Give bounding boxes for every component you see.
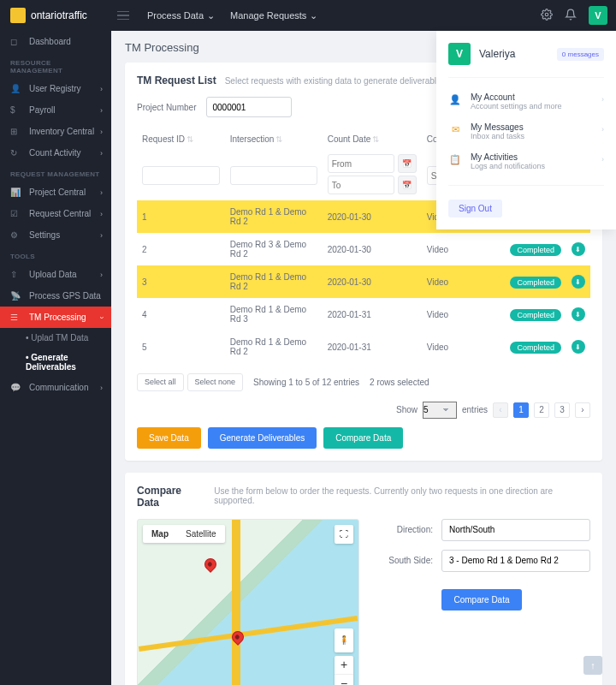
- bell-icon[interactable]: [565, 9, 577, 22]
- map-type-tabs[interactable]: MapSatellite: [143, 525, 225, 543]
- topmenu-process-data[interactable]: Process Data⌄: [147, 10, 215, 21]
- row-action-icon[interactable]: ⬇: [572, 242, 585, 256]
- panel-item[interactable]: ✉My MessagesInbox and tasks›: [448, 116, 604, 146]
- chevron-right-icon: ›: [601, 95, 604, 104]
- brand-icon: [10, 8, 26, 23]
- status-badge: Completed: [510, 342, 561, 354]
- chevron-right-icon: ›: [601, 155, 604, 164]
- nav-tm-processing[interactable]: ☰TM Processing›: [0, 307, 111, 328]
- table-row[interactable]: 5Demo Rd 1 & Demo Rd 22020-01-31VideoCom…: [137, 331, 590, 363]
- nav-settings[interactable]: ⚙Settings›: [0, 224, 111, 246]
- select-none-button[interactable]: Select none: [187, 373, 244, 391]
- calendar-icon[interactable]: 📅: [398, 154, 417, 173]
- nav-section: TOOLS: [0, 246, 111, 264]
- row-action-icon[interactable]: ⬇: [572, 307, 585, 321]
- project-label: Project Number: [137, 103, 196, 112]
- user-panel: V Valeriya 0 messages 👤My AccountAccount…: [436, 31, 616, 229]
- nav-payroll[interactable]: $Payroll›: [0, 99, 111, 121]
- chevron-right-icon: ›: [601, 125, 604, 134]
- row-action-icon[interactable]: ⬇: [572, 340, 585, 354]
- panel-avatar: V: [448, 43, 471, 65]
- zoom-controls[interactable]: +−: [335, 656, 353, 685]
- table-row[interactable]: 2Demo Rd 3 & Demo Rd 22020-01-30VideoCom…: [137, 233, 590, 265]
- nav-request-central[interactable]: ☑Request Central›: [0, 203, 111, 224]
- panel-item-icon: 📋: [448, 152, 462, 166]
- nav-section: REQUEST MANAGEMENT: [0, 164, 111, 182]
- gear-icon[interactable]: [541, 9, 553, 22]
- compare-card: Compare Data Use the form below to order…: [125, 473, 602, 685]
- nav-sub-upload-tm[interactable]: • Uplad TM Data: [0, 328, 111, 348]
- col-request-id[interactable]: Request ID⇅: [137, 128, 225, 151]
- nav-dashboard[interactable]: ◻Dashboard: [0, 31, 111, 52]
- nav-count-activity[interactable]: ↻Count Activity›: [0, 142, 111, 164]
- project-input[interactable]: [206, 97, 292, 117]
- page-next[interactable]: ›: [575, 402, 590, 418]
- direction-label: Direction:: [373, 525, 433, 534]
- sidebar: ◻Dashboard RESOURCE MANAGEMENT 👤User Reg…: [0, 31, 111, 685]
- map[interactable]: MapSatellite ⛶ 🧍 +− Google Map data ©202…: [137, 519, 359, 685]
- chevron-down-icon: ⌄: [310, 10, 317, 21]
- pegman-icon[interactable]: 🧍: [335, 628, 353, 652]
- south-side-select[interactable]: 3 - Demo Rd 1 & Demo Rd 2: [441, 550, 590, 572]
- direction-select[interactable]: North/South: [441, 519, 590, 541]
- save-data-button[interactable]: Save Data: [137, 427, 201, 449]
- nav-user-registry[interactable]: 👤User Registry›: [0, 78, 111, 99]
- panel-item[interactable]: 👤My AccountAccount settings and more›: [448, 86, 604, 116]
- scroll-top-button[interactable]: ↑: [583, 656, 602, 675]
- nav-upload-data[interactable]: ⇧Upload Data›: [0, 264, 111, 285]
- nav-process-gps[interactable]: 📡Process GPS Data: [0, 285, 111, 307]
- zoom-out-icon: −: [335, 675, 353, 685]
- hamburger-icon[interactable]: [111, 0, 135, 31]
- fullscreen-icon[interactable]: ⛶: [335, 525, 353, 544]
- nav-communication[interactable]: 💬Communication›: [0, 377, 111, 398]
- nav-section: RESOURCE MANAGEMENT: [0, 52, 111, 78]
- zoom-in-icon: +: [335, 656, 353, 675]
- col-count-date[interactable]: Count Date⇅: [323, 128, 422, 151]
- row-action-icon[interactable]: ⬇: [572, 275, 585, 289]
- compare-button[interactable]: Compare Data: [323, 427, 403, 449]
- panel-item[interactable]: 📋My ActivitiesLogs and notifications›: [448, 146, 604, 176]
- sign-out-button[interactable]: Sign Out: [448, 200, 502, 217]
- panel-item-icon: 👤: [448, 92, 462, 106]
- panel-item-icon: ✉: [448, 122, 462, 136]
- status-badge: Completed: [510, 309, 561, 321]
- status-badge: Completed: [510, 244, 561, 256]
- nav-inventory[interactable]: ⊞Inventory Central›: [0, 121, 111, 142]
- brand-text: ontariotraffic: [31, 9, 87, 21]
- card-subtitle: Use the form below to order the requests…: [214, 486, 590, 505]
- filter-id[interactable]: [142, 166, 220, 185]
- generate-button[interactable]: Generate Deliverables: [208, 427, 317, 449]
- page-prev[interactable]: ‹: [493, 402, 508, 418]
- avatar[interactable]: V: [589, 6, 607, 25]
- nav-sub-generate[interactable]: • Generate Deliverables: [0, 348, 111, 377]
- card-subtitle: Select requests with existing data to ge…: [225, 76, 446, 86]
- table-row[interactable]: 3Demo Rd 1 & Demo Rd 22020-01-30VideoCom…: [137, 265, 590, 298]
- col-intersection[interactable]: Intersection⇅: [225, 128, 323, 151]
- panel-username: Valeriya: [479, 48, 515, 60]
- map-pin-icon: [202, 556, 219, 573]
- page-2[interactable]: 2: [534, 402, 549, 418]
- status-badge: Completed: [510, 277, 561, 289]
- page-1[interactable]: 1: [513, 402, 529, 418]
- topmenu-manage-requests[interactable]: Manage Requests⌄: [230, 10, 317, 21]
- page-size[interactable]: 5: [423, 402, 457, 419]
- svg-point-0: [545, 13, 548, 16]
- table-row[interactable]: 4Demo Rd 1 & Demo Rd 32020-01-31VideoCom…: [137, 298, 590, 331]
- rows-selected: 2 rows selected: [370, 378, 429, 387]
- compare-data-button[interactable]: Compare Data: [441, 589, 521, 611]
- page-3[interactable]: 3: [554, 402, 570, 418]
- brand-logo[interactable]: ontariotraffic: [0, 0, 111, 31]
- south-side-label: South Side:: [373, 556, 433, 565]
- calendar-icon[interactable]: 📅: [398, 176, 417, 194]
- showing-info: Showing 1 to 5 of 12 entries: [253, 378, 359, 387]
- chevron-down-icon: ⌄: [207, 10, 215, 21]
- card-title: TM Request List: [137, 74, 216, 86]
- filter-to[interactable]: [328, 176, 394, 194]
- filter-from[interactable]: [328, 154, 394, 173]
- nav-project-central[interactable]: 📊Project Central›: [0, 182, 111, 203]
- select-all-button[interactable]: Select all: [137, 373, 184, 391]
- card-title: Compare Data: [137, 485, 205, 509]
- messages-badge[interactable]: 0 messages: [557, 48, 604, 61]
- filter-intersection[interactable]: [230, 166, 317, 185]
